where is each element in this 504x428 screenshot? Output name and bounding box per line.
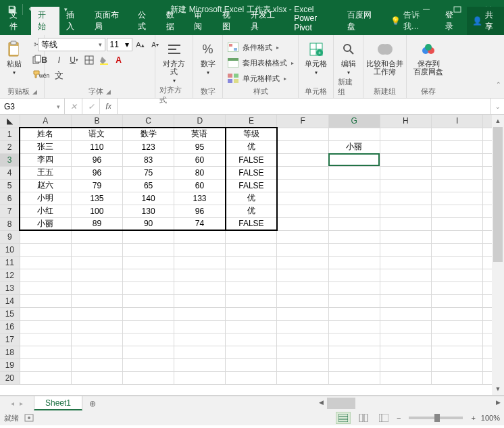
- cell-H1[interactable]: [380, 128, 431, 140]
- expand-formula-icon[interactable]: ⌄: [490, 99, 504, 114]
- row-header-1[interactable]: 1: [0, 128, 20, 140]
- cell-C17[interactable]: [122, 333, 174, 346]
- cell-D11[interactable]: [174, 256, 226, 269]
- cell-B4[interactable]: 96: [71, 166, 122, 179]
- cell-F1[interactable]: [277, 128, 328, 140]
- fx-icon[interactable]: fx: [100, 99, 118, 114]
- font-launcher-icon[interactable]: ◢: [106, 88, 111, 95]
- cell-F20[interactable]: [277, 371, 328, 384]
- cell-B9[interactable]: [71, 230, 122, 243]
- zoom-knob[interactable]: [434, 414, 440, 422]
- cell-H14[interactable]: [380, 294, 431, 307]
- cell-I17[interactable]: [432, 333, 483, 346]
- cell-G10[interactable]: [328, 243, 380, 256]
- row-header-13[interactable]: 13: [0, 282, 20, 294]
- font-size-selector[interactable]: 11▾: [107, 38, 132, 51]
- cell-F14[interactable]: [277, 294, 328, 307]
- cell-A4[interactable]: 王五: [20, 166, 71, 179]
- horizontal-scrollbar[interactable]: ◀ ▶: [315, 396, 504, 410]
- cell-H2[interactable]: [380, 140, 431, 153]
- cell-I14[interactable]: [432, 294, 483, 307]
- number-format-button[interactable]: % 数字▾: [195, 38, 222, 77]
- formula-bar[interactable]: [118, 99, 490, 114]
- cell-A3[interactable]: 李四: [20, 153, 71, 166]
- col-header-A[interactable]: A: [20, 115, 71, 128]
- cell-C7[interactable]: 130: [122, 205, 174, 217]
- zoom-in-icon[interactable]: +: [471, 414, 475, 422]
- cell-C1[interactable]: 数学: [122, 128, 174, 140]
- row-header-18[interactable]: 18: [0, 346, 20, 358]
- row-header-15[interactable]: 15: [0, 307, 20, 320]
- cell-D14[interactable]: [174, 294, 226, 307]
- cell-D12[interactable]: [174, 269, 226, 282]
- col-header-B[interactable]: B: [71, 115, 122, 128]
- cell-C11[interactable]: [122, 256, 174, 269]
- cell-B15[interactable]: [71, 307, 122, 320]
- cell-D5[interactable]: 60: [174, 179, 226, 192]
- cell-A5[interactable]: 赵六: [20, 179, 71, 192]
- row-header-11[interactable]: 11: [0, 256, 20, 269]
- font-color-icon[interactable]: A: [112, 53, 126, 67]
- cell-F10[interactable]: [277, 243, 328, 256]
- cell-F5[interactable]: [277, 179, 328, 192]
- cell-D7[interactable]: 96: [174, 205, 226, 217]
- cell-D20[interactable]: [174, 371, 226, 384]
- cell-H9[interactable]: [380, 230, 431, 243]
- scroll-right-icon[interactable]: ▶: [492, 396, 504, 408]
- fill-color-icon[interactable]: [97, 53, 111, 67]
- cell-F11[interactable]: [277, 256, 328, 269]
- row-header-6[interactable]: 6: [0, 192, 20, 205]
- bold-icon[interactable]: B: [38, 53, 51, 67]
- tab-view[interactable]: 视图: [216, 7, 244, 35]
- collapse-ribbon-icon[interactable]: ⌃: [496, 81, 501, 88]
- spreadsheet-grid[interactable]: ◣ABCDEFGHIJ 1姓名语文数学英语等级2张三11012395优小丽3李四…: [0, 115, 504, 385]
- cell-C10[interactable]: [122, 243, 174, 256]
- zoom-level[interactable]: 100%: [481, 414, 500, 422]
- cell-H8[interactable]: [380, 217, 431, 230]
- scroll-left-icon[interactable]: ◀: [315, 396, 327, 408]
- cell-D6[interactable]: 133: [174, 192, 226, 205]
- cell-D1[interactable]: 英语: [174, 128, 226, 140]
- cell-D3[interactable]: 60: [174, 153, 226, 166]
- cell-H15[interactable]: [380, 307, 431, 320]
- login-link[interactable]: 登录: [438, 7, 467, 35]
- cell-E2[interactable]: 优: [226, 140, 277, 153]
- row-header-3[interactable]: 3: [0, 153, 20, 166]
- cell-A12[interactable]: [20, 269, 71, 282]
- cell-B6[interactable]: 135: [71, 192, 122, 205]
- cell-E7[interactable]: 优: [226, 205, 277, 217]
- cell-F15[interactable]: [277, 307, 328, 320]
- cell-I7[interactable]: [432, 205, 483, 217]
- cell-E4[interactable]: FALSE: [226, 166, 277, 179]
- cell-H17[interactable]: [380, 333, 431, 346]
- tab-data[interactable]: 数据: [159, 7, 188, 35]
- cell-E14[interactable]: [226, 294, 277, 307]
- cell-B12[interactable]: [71, 269, 122, 282]
- cell-H11[interactable]: [380, 256, 431, 269]
- macro-record-icon[interactable]: [24, 413, 34, 423]
- row-header-16[interactable]: 16: [0, 320, 20, 333]
- cell-F9[interactable]: [277, 230, 328, 243]
- cell-styles-button[interactable]: 单元格样式▸: [228, 72, 294, 85]
- cell-F6[interactable]: [277, 192, 328, 205]
- vscroll-thumb[interactable]: [493, 127, 503, 262]
- cell-G11[interactable]: [328, 256, 380, 269]
- cell-B16[interactable]: [71, 320, 122, 333]
- cell-I1[interactable]: [432, 128, 483, 140]
- row-header-17[interactable]: 17: [0, 333, 20, 346]
- cell-C13[interactable]: [122, 282, 174, 294]
- tab-dev[interactable]: 开发工具: [244, 7, 287, 35]
- sheet-tab-1[interactable]: Sheet1: [34, 396, 82, 410]
- select-all-corner[interactable]: ◣: [0, 115, 20, 128]
- cell-G12[interactable]: [328, 269, 380, 282]
- cell-I15[interactable]: [432, 307, 483, 320]
- zoom-slider[interactable]: [409, 417, 463, 419]
- cell-G15[interactable]: [328, 307, 380, 320]
- cell-E8[interactable]: FALSE: [226, 217, 277, 230]
- cell-C2[interactable]: 123: [122, 140, 174, 153]
- cell-H3[interactable]: [380, 153, 431, 166]
- cell-B8[interactable]: 89: [71, 217, 122, 230]
- cell-C3[interactable]: 83: [122, 153, 174, 166]
- col-header-I[interactable]: I: [432, 115, 483, 128]
- share-button[interactable]: 👤共享: [467, 7, 504, 35]
